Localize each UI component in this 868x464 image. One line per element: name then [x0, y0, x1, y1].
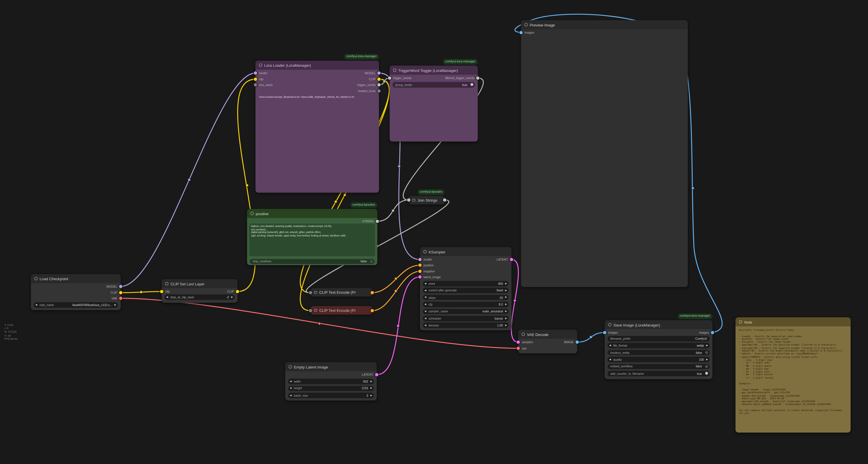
prev-arrow-icon[interactable]: ◀: [424, 283, 426, 285]
next-arrow-icon[interactable]: ▶: [505, 303, 507, 306]
node-empty-latent-image[interactable]: Empty Latent Image LATENT ◀ width 832 ▶ …: [285, 362, 377, 401]
widget-denoise[interactable]: ◀ denoise 1.00 ▶: [423, 323, 508, 328]
prev-arrow-icon[interactable]: ◀: [290, 380, 291, 382]
input-negative[interactable]: negative: [418, 269, 435, 273]
input-model[interactable]: model: [254, 71, 267, 76]
node-join-strings[interactable]: comfyui-kjnodes Join Strings: [409, 196, 445, 205]
output-latent[interactable]: LATENT: [497, 257, 513, 262]
collapse-dot[interactable]: [259, 64, 262, 67]
next-arrow-icon[interactable]: ▶: [505, 289, 507, 292]
node-clip-text-encode-negative[interactable]: CLIP Text Encode (Pr: [311, 306, 372, 314]
widget-cfg[interactable]: ◀ cfg 8.0 ▶: [423, 302, 508, 307]
toggle-dot[interactable]: [471, 83, 473, 86]
lora-tags-text[interactable]: <lora:CreateConcept_Illustrious:0.8> <lo…: [259, 95, 375, 98]
node-clip-text-encode-positive[interactable]: CLIP Text Encode (Pr: [311, 288, 372, 297]
output-conditioning[interactable]: [370, 291, 374, 295]
widget-embed-workflow[interactable]: embed_workflow false: [608, 364, 710, 369]
output-latent[interactable]: LATENT: [362, 373, 379, 377]
output-image[interactable]: IMAGE: [564, 340, 579, 344]
input-images[interactable]: images: [603, 330, 618, 335]
widget-seed[interactable]: ◀ seed 409 ▶: [423, 281, 508, 286]
next-arrow-icon[interactable]: ▶: [231, 296, 233, 298]
collapse-dot[interactable]: [34, 277, 37, 280]
toggle-dot[interactable]: [705, 351, 708, 354]
input-positive[interactable]: positive: [418, 263, 434, 267]
widget-filename-prefix[interactable]: filename_prefix ComfyUI: [608, 336, 710, 342]
next-arrow-icon[interactable]: ▶: [505, 317, 507, 320]
input-images[interactable]: images: [519, 30, 534, 35]
collapse-dot[interactable]: [739, 320, 742, 324]
toggle-dot[interactable]: [705, 365, 708, 368]
widget-strip-newlines[interactable]: strip_newlines false: [250, 259, 375, 264]
widget-height[interactable]: ◀ height 1216 ▶: [288, 386, 374, 391]
widget-batch-size[interactable]: ◀ batch_size 3 ▶: [288, 393, 374, 398]
prompt-textarea[interactable]: highres, very detailed, amazing quality,…: [249, 224, 375, 256]
output-collapsed[interactable]: [443, 198, 446, 203]
output-images[interactable]: images: [699, 330, 714, 335]
next-arrow-icon[interactable]: ▶: [370, 395, 372, 397]
graph-canvas[interactable]: Preview Image images Load Checkpoint MOD…: [0, 0, 868, 464]
prev-arrow-icon[interactable]: ◀: [424, 324, 426, 326]
collapse-dot[interactable]: [165, 282, 168, 285]
output-vae[interactable]: VAE: [111, 296, 122, 300]
widget-control-after-generate[interactable]: ◀ control after generate fixed ▶: [423, 288, 508, 293]
output-model[interactable]: MODEL: [365, 71, 381, 76]
node-triggerword-toggle[interactable]: comfyui-lora-manager TriggerWord Toggle …: [390, 65, 478, 142]
widget-quality[interactable]: ◀ quality 100 ▶: [608, 357, 710, 362]
input-collapsed[interactable]: [407, 198, 410, 203]
next-arrow-icon[interactable]: ▶: [505, 324, 507, 326]
output-trigger-words[interactable]: trigger_words: [357, 83, 381, 87]
node-lora-loader[interactable]: comfyui-lora-manager Lora Loader (LoraMa…: [256, 61, 379, 193]
next-arrow-icon[interactable]: ▶: [505, 310, 507, 312]
node-load-checkpoint[interactable]: Load Checkpoint MODEL CLIP VAE ◀ ckpt_na…: [31, 274, 121, 310]
collapse-dot[interactable]: [423, 250, 426, 253]
widget-add-counter-to-filename[interactable]: add_counter_to_filename true: [608, 371, 710, 376]
prev-arrow-icon[interactable]: ◀: [290, 395, 291, 397]
toggle-dot[interactable]: [370, 260, 373, 263]
input-collapsed[interactable]: [309, 291, 312, 295]
collapse-dot[interactable]: [393, 69, 396, 72]
collapse-dot[interactable]: [524, 23, 528, 26]
collapse-dot[interactable]: [608, 323, 611, 326]
next-arrow-icon[interactable]: ▶: [370, 387, 372, 389]
prev-arrow-icon[interactable]: ◀: [424, 289, 426, 292]
output-clip[interactable]: CLIP: [369, 77, 381, 82]
input-clip[interactable]: clip: [160, 289, 169, 294]
widget-steps[interactable]: ◀ steps 20 ▶: [423, 295, 508, 300]
output-clip[interactable]: CLIP: [227, 289, 240, 294]
node-preview-image[interactable]: Preview Image images: [521, 20, 688, 287]
graph-viewport[interactable]: Preview Image images Load Checkpoint MOD…: [0, 0, 868, 464]
node-note[interactable]: Note Available filename_prefix Pattern C…: [736, 317, 850, 432]
widget-scheduler[interactable]: ◀ scheduler karras ▶: [423, 316, 508, 321]
collapse-dot[interactable]: [314, 291, 317, 294]
note-text[interactable]: Available filename_prefix Pattern Codes …: [739, 328, 848, 430]
collapse-dot[interactable]: [412, 199, 415, 202]
input-model[interactable]: model: [418, 257, 432, 262]
next-arrow-icon[interactable]: ▶: [505, 283, 507, 285]
input-clip[interactable]: clip: [254, 77, 264, 82]
widget-lossless-webp[interactable]: lossless_webp false: [608, 350, 710, 355]
widget-file-format[interactable]: ◀ file_format webp ▶: [608, 343, 710, 348]
input-collapsed[interactable]: [309, 308, 312, 313]
input-latent-image[interactable]: latent_image: [418, 275, 441, 279]
prev-arrow-icon[interactable]: ◀: [424, 317, 426, 320]
widget-group-mode[interactable]: group_mode true: [393, 82, 475, 87]
prev-arrow-icon[interactable]: ◀: [424, 310, 426, 312]
next-arrow-icon[interactable]: ▶: [706, 358, 708, 361]
input-samples[interactable]: samples: [516, 340, 533, 344]
prev-arrow-icon[interactable]: ◀: [166, 296, 168, 298]
prev-arrow-icon[interactable]: ◀: [290, 387, 291, 389]
widget-ckpt-name[interactable]: ◀ ckpt_name ilwaiNSFWIllustrious_v110.s.…: [34, 302, 118, 308]
output-string[interactable]: STRING: [362, 219, 379, 224]
collapse-dot[interactable]: [289, 365, 292, 369]
input-lora-stack[interactable]: lora_stack: [254, 83, 273, 87]
output-loaded-loras[interactable]: loaded_loras: [358, 89, 381, 93]
node-positive-prompt[interactable]: comfyui-kjnodes positive STRING highres,…: [247, 209, 377, 265]
widget-stop-at-clip-layer[interactable]: ◀ stop_at_clip_layer -2 ▶: [164, 294, 235, 300]
output-clip[interactable]: CLIP: [111, 291, 122, 295]
next-arrow-icon[interactable]: ▶: [505, 296, 507, 298]
input-trigger-words[interactable]: trigger_words: [388, 76, 411, 81]
output-filtered-trigger-words[interactable]: filtered_trigger_words: [445, 76, 479, 81]
node-clip-set-last-layer[interactable]: CLIP Set Last Layer clip CLIP ◀ stop_at_…: [162, 279, 238, 303]
prev-arrow-icon[interactable]: ◀: [609, 344, 611, 347]
